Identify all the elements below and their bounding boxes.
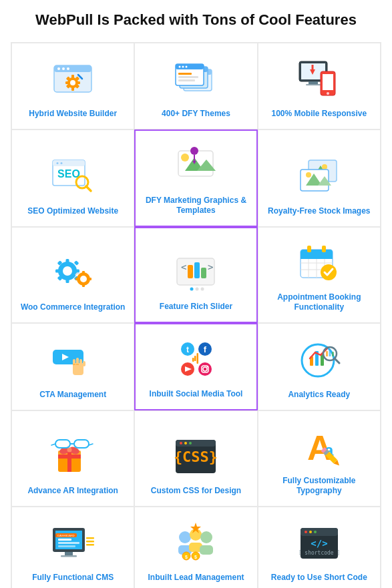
svg-point-80	[190, 287, 194, 290]
svg-rect-36	[311, 65, 313, 69]
svg-rect-71	[82, 284, 85, 287]
svg-text:{CSS}: {CSS}	[174, 449, 218, 465]
svg-point-175	[309, 531, 312, 533]
svg-point-82	[201, 287, 204, 290]
cta-icon	[48, 334, 98, 384]
svg-point-69	[80, 276, 87, 282]
features-grid: Hybrid Website Builder 400+ DFY Themes	[11, 42, 381, 588]
svg-rect-133	[74, 440, 89, 448]
feature-dfy-marketing: DFY Marketing Graphics & Templates	[134, 129, 257, 227]
svg-rect-79	[201, 268, 206, 278]
feature-analytics: Analytics Ready	[258, 323, 381, 410]
svg-rect-65	[74, 260, 79, 266]
images-icon	[294, 151, 344, 201]
svg-point-139	[180, 442, 182, 445]
svg-rect-78	[194, 262, 200, 278]
svg-rect-100	[83, 361, 85, 366]
svg-rect-27	[178, 79, 195, 81]
feature-cms: DASHBOARD Fully Functional CMS	[11, 507, 134, 588]
svg-line-135	[51, 444, 55, 445]
svg-point-59	[63, 266, 72, 276]
svg-text:f: f	[204, 344, 207, 354]
svg-rect-70	[82, 271, 85, 274]
svg-point-6	[70, 80, 75, 85]
svg-rect-166	[200, 545, 213, 555]
svg-rect-60	[66, 259, 69, 263]
svg-point-140	[184, 442, 187, 445]
svg-rect-98	[76, 358, 79, 364]
ar-icon	[48, 430, 98, 481]
svg-rect-77	[188, 265, 193, 278]
feature-label: Inbuilt Social Media Tool	[150, 389, 243, 400]
feature-custom-css: {CSS} Custom CSS for Design	[134, 410, 257, 507]
graphics-icon	[171, 140, 221, 190]
feature-label: Appointment Booking Functionality	[264, 292, 375, 313]
svg-rect-72	[75, 278, 78, 280]
svg-rect-10	[77, 81, 80, 84]
feature-cta-management: CTA Management	[11, 323, 134, 410]
feature-label: CTA Management	[39, 390, 106, 400]
svg-rect-31	[306, 84, 321, 85]
feature-mobile-responsive: 100% Mobile Responsive	[258, 43, 381, 129]
svg-point-3	[62, 67, 65, 70]
feature-label: Feature Rich Slider	[160, 302, 232, 312]
feature-short-code: </> [ shortcode ] Ready to Use Short Cod…	[258, 507, 381, 588]
svg-rect-99	[79, 359, 82, 366]
feature-dfy-themes: 400+ DFY Themes	[134, 43, 257, 129]
svg-text:[ shortcode ]: [ shortcode ]	[299, 550, 341, 556]
svg-point-131	[67, 447, 72, 452]
svg-point-81	[196, 287, 199, 290]
svg-rect-61	[66, 279, 69, 283]
feature-label: Woo Commerce Integration	[21, 302, 125, 313]
svg-point-109	[198, 362, 212, 376]
svg-rect-7	[71, 75, 74, 78]
feature-label: Fully Functional CMS	[32, 573, 114, 583]
svg-point-22	[179, 65, 181, 67]
svg-point-112	[207, 366, 208, 368]
svg-rect-97	[73, 359, 75, 366]
svg-rect-154	[58, 542, 79, 544]
svg-rect-86	[307, 246, 311, 252]
svg-text:$: $	[195, 554, 198, 559]
svg-rect-127	[67, 451, 71, 472]
svg-rect-151	[65, 552, 73, 555]
themes-icon	[171, 53, 221, 103]
svg-rect-25	[178, 73, 192, 75]
svg-rect-73	[89, 278, 91, 280]
svg-point-174	[305, 531, 307, 533]
svg-point-141	[189, 442, 192, 445]
feature-appointment-booking: Appointment Booking Functionality	[258, 227, 381, 323]
svg-text:>: >	[208, 262, 213, 272]
feature-label: Royalty-Free Stock Images	[268, 206, 370, 217]
svg-point-53	[322, 164, 327, 170]
svg-rect-85	[301, 254, 333, 259]
svg-rect-115	[192, 358, 194, 362]
svg-rect-26	[178, 76, 198, 78]
css-icon: {CSS}	[171, 430, 221, 481]
feature-label: Fully Customizable Typography	[264, 476, 375, 497]
feature-label: Advance AR Integration	[27, 486, 118, 497]
feature-label: Hybrid Website Builder	[29, 109, 117, 119]
slider-icon: < >	[171, 246, 221, 296]
svg-point-47	[181, 154, 189, 162]
svg-rect-30	[309, 81, 318, 84]
svg-rect-62	[55, 269, 59, 272]
cms-icon: DASHBOARD	[48, 517, 98, 567]
feature-hybrid-website-builder: Hybrid Website Builder	[11, 43, 134, 129]
svg-rect-8	[71, 87, 74, 91]
feature-label: Inbuilt Lead Management	[148, 573, 244, 583]
feature-label: Custom CSS for Design	[151, 486, 241, 497]
feature-lead-management: $ $ Inbuilt Lead Management	[134, 507, 257, 588]
feature-label: 100% Mobile Responsive	[271, 109, 367, 119]
svg-text:$: $	[186, 554, 188, 559]
svg-rect-33	[323, 74, 333, 90]
svg-rect-159	[86, 541, 94, 543]
feature-label: Analytics Ready	[288, 390, 350, 400]
calendar-icon	[294, 237, 344, 287]
svg-rect-9	[65, 81, 69, 84]
svg-rect-153	[58, 539, 71, 541]
svg-rect-113	[194, 356, 196, 361]
feature-ar-integration: Advance AR Integration	[11, 410, 134, 507]
page-title: WebPull Is Packed with Tons of Cool Feat…	[11, 11, 381, 30]
svg-rect-123	[329, 350, 331, 356]
